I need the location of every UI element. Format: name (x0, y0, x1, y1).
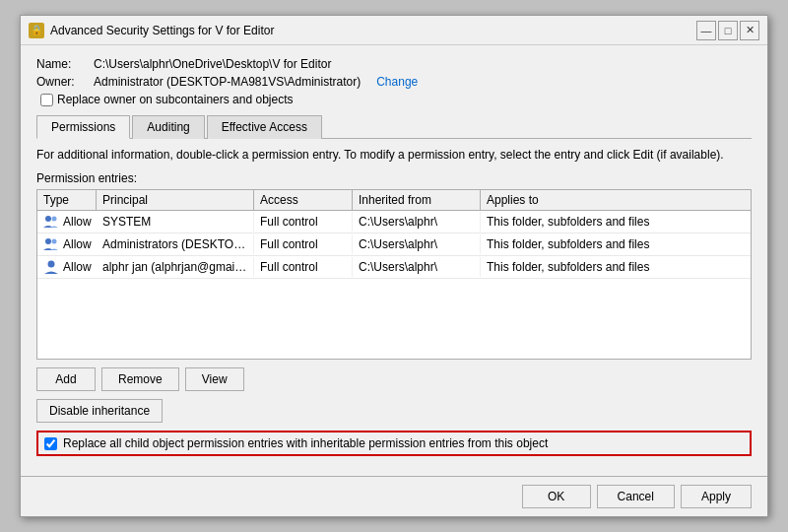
title-bar-left: 🔒 Advanced Security Settings for V for E… (29, 23, 274, 38)
svg-point-3 (52, 238, 57, 243)
row2-applies: This folder, subfolders and files (481, 234, 751, 254)
row3-applies: This folder, subfolders and files (481, 257, 751, 277)
table-row[interactable]: Allow alphr jan (alphrjan@gmail.co... Fu… (37, 256, 751, 279)
replace-child-label: Replace all child object permission entr… (63, 436, 548, 450)
header-type: Type (37, 190, 97, 210)
tab-auditing[interactable]: Auditing (132, 115, 204, 139)
header-inherited: Inherited from (353, 190, 481, 210)
group-icon (43, 236, 59, 252)
user-icon (43, 259, 59, 275)
title-bar: 🔒 Advanced Security Settings for V for E… (21, 16, 767, 45)
name-row: Name: C:\Users\alphr\OneDrive\Desktop\V … (36, 57, 752, 71)
row2-access: Full control (254, 234, 353, 254)
window-title: Advanced Security Settings for V for Edi… (50, 24, 274, 37)
svg-point-4 (48, 260, 55, 267)
action-buttons-row: Add Remove View (36, 367, 752, 391)
owner-row: Owner: Administrator (DESKTOP-MA981VS\Ad… (36, 75, 752, 89)
ok-button[interactable]: OK (522, 485, 591, 508)
replace-owner-row: Replace owner on subcontainers and objec… (36, 93, 752, 106)
minimize-button[interactable]: — (696, 21, 716, 40)
section-label: Permission entries: (36, 171, 752, 185)
replace-owner-checkbox[interactable] (40, 94, 53, 106)
replace-owner-label: Replace owner on subcontainers and objec… (57, 93, 293, 106)
tabs-row: Permissions Auditing Effective Access (36, 114, 752, 139)
footer: OK Cancel Apply (21, 476, 767, 516)
info-text: For additional information, double-click… (36, 147, 752, 164)
header-principal: Principal (97, 190, 254, 210)
row1-access: Full control (254, 212, 353, 232)
row2-inherited: C:\Users\alphr\ (353, 234, 481, 254)
svg-point-2 (45, 238, 51, 244)
apply-button[interactable]: Apply (681, 485, 752, 508)
add-button[interactable]: Add (36, 367, 96, 391)
name-value: C:\Users\alphr\OneDrive\Desktop\V for Ed… (94, 57, 331, 71)
owner-value: Administrator (DESKTOP-MA981VS\Administr… (94, 75, 361, 89)
title-buttons: — □ ✕ (696, 21, 759, 40)
row1-applies: This folder, subfolders and files (481, 212, 751, 232)
table-row[interactable]: Allow SYSTEM Full control C:\Users\alphr… (37, 211, 751, 233)
owner-label: Owner: (36, 75, 86, 89)
permissions-table: Type Principal Access Inherited from App… (36, 189, 752, 360)
content-area: Name: C:\Users\alphr\OneDrive\Desktop\V … (21, 45, 767, 476)
window-icon: 🔒 (29, 23, 44, 38)
row1-type: Allow (37, 211, 97, 233)
tab-effective-access[interactable]: Effective Access (207, 115, 322, 139)
row3-principal: alphr jan (alphrjan@gmail.co... (97, 257, 254, 277)
group-icon (43, 214, 59, 230)
table-header: Type Principal Access Inherited from App… (37, 190, 751, 211)
close-button[interactable]: ✕ (740, 21, 759, 40)
row3-access: Full control (254, 257, 353, 277)
name-label: Name: (36, 57, 86, 71)
row2-principal: Administrators (DESKTOP-MA... (97, 234, 254, 254)
header-access: Access (254, 190, 353, 210)
view-button[interactable]: View (185, 367, 244, 391)
main-window: 🔒 Advanced Security Settings for V for E… (20, 15, 768, 517)
svg-point-0 (45, 216, 51, 222)
replace-child-section: Replace all child object permission entr… (36, 431, 752, 456)
svg-point-1 (52, 216, 57, 221)
row2-type: Allow (37, 233, 97, 255)
row1-principal: SYSTEM (97, 212, 254, 232)
cancel-button[interactable]: Cancel (597, 485, 675, 508)
table-row[interactable]: Allow Administrators (DESKTOP-MA... Full… (37, 233, 751, 256)
header-applies: Applies to (481, 190, 751, 210)
inheritance-buttons-row: Disable inheritance (36, 399, 752, 423)
row1-inherited: C:\Users\alphr\ (353, 212, 481, 232)
maximize-button[interactable]: □ (718, 21, 738, 40)
remove-button[interactable]: Remove (101, 367, 179, 391)
replace-child-checkbox[interactable] (44, 437, 57, 450)
change-link[interactable]: Change (376, 75, 418, 89)
disable-inheritance-button[interactable]: Disable inheritance (36, 399, 163, 423)
row3-inherited: C:\Users\alphr\ (353, 257, 481, 277)
tab-permissions[interactable]: Permissions (36, 115, 130, 139)
row3-type: Allow (37, 256, 97, 278)
